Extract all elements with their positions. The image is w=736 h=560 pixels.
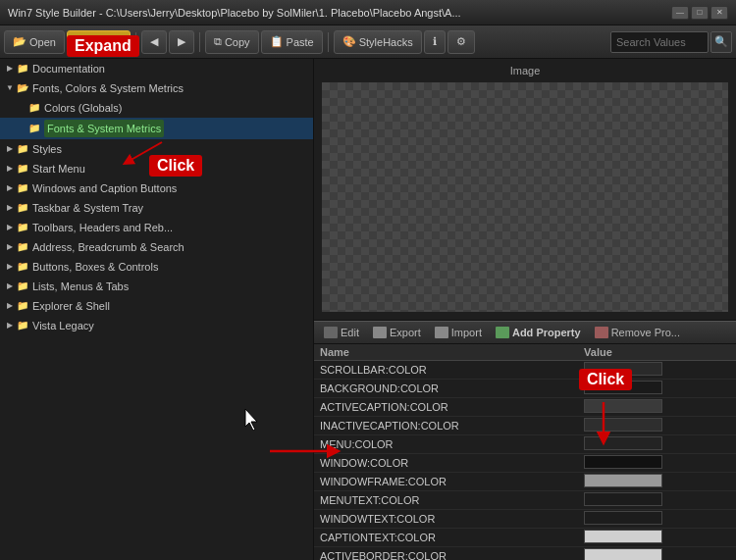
tree-item-vista-legacy[interactable]: ▶ 📁 Vista Legacy — [0, 316, 313, 335]
info-icon: ℹ — [433, 35, 437, 48]
prop-name-cell: INACTIVECAPTION:COLOR — [314, 417, 578, 435]
add-property-button[interactable]: Add Property — [490, 323, 587, 342]
toolbar-separator-3 — [328, 32, 329, 52]
expand-button[interactable]: Expand — [67, 30, 131, 54]
tree-panel: ▶ 📁 Documentation ▼ 📂 Fonts, Colors & Sy… — [0, 59, 314, 560]
tree-arrow-vista-legacy: ▶ — [4, 320, 16, 331]
search-input[interactable] — [610, 31, 709, 53]
tree-item-windows-caption[interactable]: ▶ 📁 Windows and Caption Buttons — [0, 178, 313, 198]
back-icon: ◀ — [150, 35, 158, 48]
table-row[interactable]: WINDOWFRAME:COLOR — [314, 473, 736, 491]
tree-label-start-menu: Start Menu — [32, 161, 85, 177]
back-button[interactable]: ◀ — [141, 30, 167, 54]
prop-value-cell[interactable] — [578, 417, 736, 435]
folder-icon-documentation: 📁 — [16, 62, 29, 76]
properties-table: Name Value SCROLLBAR:COLORBACKGROUND:COL… — [314, 344, 736, 560]
prop-name-cell: MENUTEXT:COLOR — [314, 491, 578, 510]
tree-label-fonts-system: Fonts & System Metrics — [44, 120, 164, 137]
stylehacks-button[interactable]: 🎨 StyleHacks — [334, 30, 422, 54]
tree-label-windows-caption: Windows and Caption Buttons — [32, 180, 177, 196]
table-row[interactable]: ACTIVEBORDER:COLOR — [314, 547, 736, 561]
color-swatch — [584, 530, 662, 543]
tree-item-taskbar[interactable]: ▶ 📁 Taskbar & System Tray — [0, 198, 313, 218]
tree-item-documentation[interactable]: ▶ 📁 Documentation — [0, 59, 313, 78]
properties-area: Name Value SCROLLBAR:COLORBACKGROUND:COL… — [314, 344, 736, 560]
tree-item-start-menu[interactable]: ▶ 📁 Start Menu — [0, 159, 313, 178]
tree-item-colors-globals[interactable]: 📁 Colors (Globals) — [0, 98, 313, 118]
prop-value-cell[interactable] — [578, 491, 736, 510]
color-swatch — [584, 436, 662, 450]
prop-value-cell[interactable] — [578, 361, 736, 380]
color-swatch — [584, 381, 662, 394]
prop-value-cell[interactable] — [578, 380, 736, 398]
table-row[interactable]: BACKGROUND:COLOR — [314, 380, 736, 398]
prop-name-cell: CAPTIONTEXT:COLOR — [314, 529, 578, 547]
prop-name-cell: ACTIVEBORDER:COLOR — [314, 547, 578, 561]
table-row[interactable]: WINDOWTEXT:COLOR — [314, 510, 736, 529]
tree-item-buttons-boxes[interactable]: ▶ 📁 Buttons, Boxes & Controls — [0, 257, 313, 277]
export-button[interactable]: Export — [367, 323, 427, 342]
tree-label-lists-menus: Lists, Menus & Tabs — [32, 279, 129, 294]
prop-value-cell[interactable] — [578, 529, 736, 547]
minimize-button[interactable]: — — [671, 6, 689, 20]
prop-value-cell[interactable] — [578, 473, 736, 491]
col-header-name: Name — [314, 344, 578, 361]
tree-item-toolbars-headers[interactable]: ▶ 📁 Toolbars, Headers and Reb... — [0, 218, 313, 237]
prop-value-cell[interactable] — [578, 454, 736, 473]
prop-value-cell[interactable] — [578, 547, 736, 561]
edit-button[interactable]: Edit — [318, 323, 365, 342]
main-area: ▶ 📁 Documentation ▼ 📂 Fonts, Colors & Sy… — [0, 59, 736, 560]
table-row[interactable]: MENU:COLOR — [314, 435, 736, 454]
toolbar-separator-1 — [135, 32, 136, 52]
import-button[interactable]: Import — [429, 323, 488, 342]
window-controls: — □ ✕ — [671, 6, 728, 20]
folder-icon-fonts-system: 📁 — [27, 122, 41, 135]
open-button[interactable]: 📂 Open — [4, 30, 65, 54]
folder-icon-vista-legacy: 📁 — [16, 319, 29, 332]
table-row[interactable]: MENUTEXT:COLOR — [314, 491, 736, 510]
col-header-value: Value — [578, 344, 736, 361]
settings-button[interactable]: ⚙ — [447, 30, 475, 54]
color-swatch — [584, 511, 662, 525]
copy-button[interactable]: ⧉ Copy — [205, 30, 259, 54]
gear-icon: ⚙ — [456, 35, 466, 48]
folder-icon-windows-caption: 📁 — [16, 181, 29, 195]
color-swatch — [584, 418, 662, 432]
title-bar: Win7 Style Builder - C:\Users\Jerry\Desk… — [0, 0, 736, 25]
folder-icon-explorer-shell: 📁 — [16, 299, 29, 313]
tree-item-lists-menus[interactable]: ▶ 📁 Lists, Menus & Tabs — [0, 277, 313, 296]
color-swatch — [584, 474, 662, 487]
table-row[interactable]: SCROLLBAR:COLOR — [314, 361, 736, 380]
remove-property-button[interactable]: Remove Pro... — [589, 323, 686, 342]
tree-arrow-start-menu: ▶ — [4, 163, 16, 175]
tree-item-fonts-system[interactable]: 📁 Fonts & System Metrics — [0, 118, 313, 139]
copy-icon: ⧉ — [214, 35, 222, 48]
tree-item-address-breadcrumb[interactable]: ▶ 📁 Address, Breadcrumb & Search — [0, 237, 313, 257]
prop-value-cell[interactable] — [578, 510, 736, 529]
paste-button[interactable]: 📋 Paste — [261, 30, 323, 54]
tree-label-explorer-shell: Explorer & Shell — [32, 298, 110, 314]
search-button[interactable]: 🔍 — [710, 31, 732, 53]
forward-button[interactable]: ▶ — [169, 30, 194, 54]
info-button[interactable]: ℹ — [424, 30, 446, 54]
import-icon — [435, 327, 448, 338]
prop-value-cell[interactable] — [578, 398, 736, 417]
tree-item-fonts-colors[interactable]: ▼ 📂 Fonts, Colors & System Metrics — [0, 78, 313, 98]
maximize-button[interactable]: □ — [691, 6, 709, 20]
table-row[interactable]: ACTIVECAPTION:COLOR — [314, 398, 736, 417]
prop-name-cell: WINDOW:COLOR — [314, 454, 578, 473]
prop-value-cell[interactable] — [578, 435, 736, 454]
prop-name-cell: WINDOWFRAME:COLOR — [314, 473, 578, 491]
tree-arrow-taskbar: ▶ — [4, 202, 16, 214]
app-window: Win7 Style Builder - C:\Users\Jerry\Desk… — [0, 0, 736, 560]
tree-arrow-styles: ▶ — [4, 143, 16, 155]
open-folder-icon-fonts: 📂 — [16, 81, 29, 95]
close-button[interactable]: ✕ — [710, 6, 728, 20]
table-row[interactable]: CAPTIONTEXT:COLOR — [314, 529, 736, 547]
table-row[interactable]: INACTIVECAPTION:COLOR — [314, 417, 736, 435]
tree-arrow-address: ▶ — [4, 241, 16, 253]
tree-label-toolbars-headers: Toolbars, Headers and Reb... — [32, 220, 173, 235]
table-row[interactable]: WINDOW:COLOR — [314, 454, 736, 473]
tree-item-explorer-shell[interactable]: ▶ 📁 Explorer & Shell — [0, 296, 313, 316]
tree-item-styles[interactable]: ▶ 📁 Styles — [0, 139, 313, 159]
